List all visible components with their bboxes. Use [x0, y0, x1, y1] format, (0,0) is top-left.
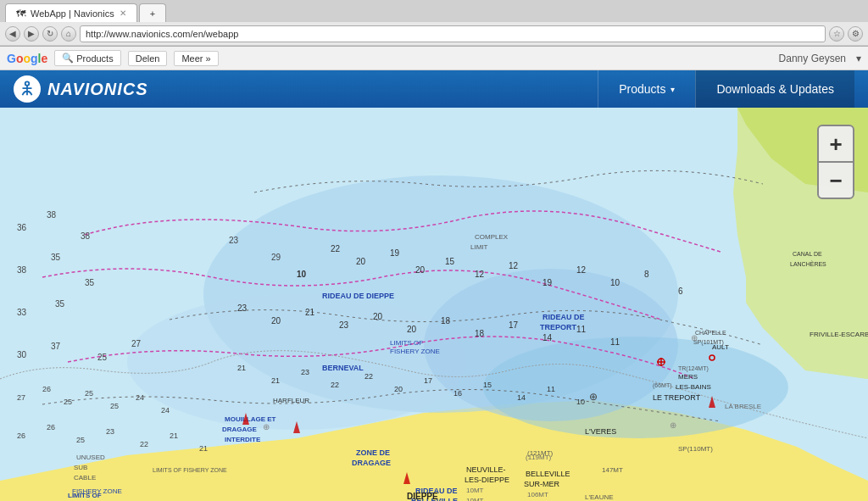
refresh-button[interactable]: ↻ [42, 26, 58, 42]
nav-logo[interactable]: NAVIONICS [14, 75, 598, 103]
svg-text:36: 36 [17, 223, 27, 232]
tab-close-btn[interactable]: ✕ [120, 8, 126, 18]
forward-button[interactable]: ▶ [24, 26, 39, 42]
google-logo: Google [7, 52, 47, 65]
svg-text:L'VERES: L'VERES [585, 427, 616, 436]
svg-text:35: 35 [85, 278, 95, 287]
svg-text:21: 21 [170, 431, 178, 440]
svg-text:37: 37 [51, 342, 61, 351]
svg-text:NEUVILLE-: NEUVILLE- [466, 465, 506, 474]
svg-text:COMPLEX: COMPLEX [475, 233, 509, 241]
svg-text:⊕: ⊕ [589, 391, 598, 403]
svg-text:38: 38 [81, 231, 91, 241]
nautical-map: 36 38 38 38 35 35 33 35 30 37 25 27 27 2… [0, 108, 868, 501]
svg-text:RIDEAU DE DIEPPE: RIDEAU DE DIEPPE [322, 292, 394, 300]
svg-text:(66MT): (66MT) [653, 382, 672, 389]
svg-text:15: 15 [445, 257, 455, 266]
svg-text:CABLE: CABLE [74, 474, 96, 482]
svg-text:22: 22 [331, 244, 341, 253]
home-button[interactable]: ⌂ [61, 26, 76, 42]
svg-text:10MT: 10MT [466, 487, 484, 494]
svg-text:106MT: 106MT [527, 491, 548, 498]
star-button[interactable]: ☆ [829, 26, 844, 42]
svg-text:20: 20 [394, 385, 403, 393]
svg-text:24: 24 [136, 393, 144, 402]
svg-text:14: 14 [542, 333, 553, 342]
svg-text:LIMITS OF FISHERY ZONE: LIMITS OF FISHERY ZONE [153, 467, 227, 473]
svg-text:LES-BAINS: LES-BAINS [676, 383, 711, 391]
svg-text:11: 11 [610, 337, 620, 347]
svg-text:10: 10 [297, 270, 307, 279]
svg-text:CHAPELLE: CHAPELLE [695, 330, 726, 336]
nav-menu: Products ▾ Downloads & Updates [598, 70, 854, 108]
delen-button[interactable]: Delen [128, 51, 168, 66]
svg-text:12: 12 [576, 265, 587, 275]
svg-text:UNUSED: UNUSED [76, 454, 105, 461]
meer-button[interactable]: Meer » [174, 51, 218, 66]
svg-text:LANCHÈRES: LANCHÈRES [790, 260, 826, 267]
nav-products-arrow: ▾ [670, 85, 675, 94]
browser-tab-active[interactable]: 🗺 WebApp | Navionics ✕ [5, 3, 137, 22]
meer-label: Meer » [181, 53, 210, 64]
back-button[interactable]: ◀ [5, 26, 20, 42]
nav-products-item[interactable]: Products ▾ [598, 70, 695, 108]
svg-point-0 [25, 81, 30, 86]
svg-text:25: 25 [64, 398, 72, 406]
svg-text:BERNEVAL: BERNEVAL [322, 364, 364, 372]
tab-title-new: + [150, 8, 155, 19]
svg-text:23: 23 [229, 236, 239, 245]
svg-text:10: 10 [610, 278, 620, 287]
svg-text:35: 35 [51, 253, 61, 262]
zoom-out-button[interactable]: − [817, 162, 854, 199]
svg-text:26: 26 [17, 431, 25, 440]
svg-text:(121MT): (121MT) [527, 449, 554, 457]
svg-text:SP(101MT): SP(101MT) [693, 339, 724, 346]
zoom-in-button[interactable]: + [817, 125, 854, 162]
svg-text:HARFLEUR: HARFLEUR [273, 397, 309, 404]
settings-button[interactable]: ⚙ [848, 26, 863, 42]
svg-text:11: 11 [547, 385, 555, 393]
nav-header: NAVIONICS Products ▾ Downloads & Updates [0, 70, 868, 108]
svg-text:CANAL DE: CANAL DE [793, 251, 822, 257]
svg-text:SUR-MER: SUR-MER [524, 480, 559, 488]
svg-text:DRAGAGE: DRAGAGE [352, 459, 391, 467]
url-bar[interactable]: http://www.navionics.com/en/webapp [80, 25, 826, 42]
svg-text:6: 6 [678, 287, 683, 296]
svg-text:20: 20 [373, 312, 383, 321]
svg-text:21: 21 [305, 308, 315, 317]
svg-text:18: 18 [475, 329, 485, 338]
svg-text:22: 22 [331, 381, 339, 389]
svg-text:SP(110MT): SP(110MT) [678, 445, 713, 453]
svg-text:19: 19 [542, 278, 553, 287]
svg-text:12: 12 [509, 261, 519, 270]
google-bar: Google 🔍 Products Delen Meer » Danny Gey… [0, 47, 868, 70]
svg-text:27: 27 [17, 393, 25, 402]
svg-text:⊕: ⊕ [670, 420, 676, 430]
svg-text:35: 35 [55, 299, 65, 309]
svg-text:RIDEAU DE: RIDEAU DE [542, 313, 585, 321]
delen-label: Delen [136, 53, 160, 64]
nav-products-label: Products [619, 82, 665, 96]
svg-point-7 [127, 294, 466, 430]
zoeken-icon: 🔍 [62, 53, 74, 64]
map-container[interactable]: 36 38 38 38 35 35 33 35 30 37 25 27 27 2… [0, 108, 868, 501]
nav-downloads-item[interactable]: Downloads & Updates [695, 70, 854, 108]
zoeken-button[interactable]: 🔍 Products [54, 50, 120, 66]
svg-text:18: 18 [441, 316, 451, 326]
svg-text:BELLEVILLE: BELLEVILLE [526, 470, 570, 478]
svg-text:TR(124MT): TR(124MT) [678, 365, 709, 372]
navionics-logo-icon [14, 75, 41, 103]
nav-logo-text: NAVIONICS [47, 80, 148, 99]
svg-text:TREPORT: TREPORT [540, 323, 577, 331]
browser-tab-new[interactable]: + [139, 3, 166, 22]
svg-text:24: 24 [161, 406, 170, 415]
svg-text:12: 12 [475, 270, 485, 279]
browser-toolbar: ◀ ▶ ↻ ⌂ http://www.navionics.com/en/weba… [0, 22, 868, 46]
tab-bar: 🗺 WebApp | Navionics ✕ + [0, 0, 868, 22]
svg-text:LA BRESLE: LA BRESLE [725, 403, 761, 410]
svg-text:20: 20 [415, 265, 426, 275]
svg-text:ZONE DE: ZONE DE [356, 448, 390, 457]
svg-text:L'EAUNE: L'EAUNE [585, 493, 614, 501]
svg-text:FISHERY ZONE: FISHERY ZONE [390, 348, 440, 355]
svg-text:21: 21 [199, 444, 208, 453]
